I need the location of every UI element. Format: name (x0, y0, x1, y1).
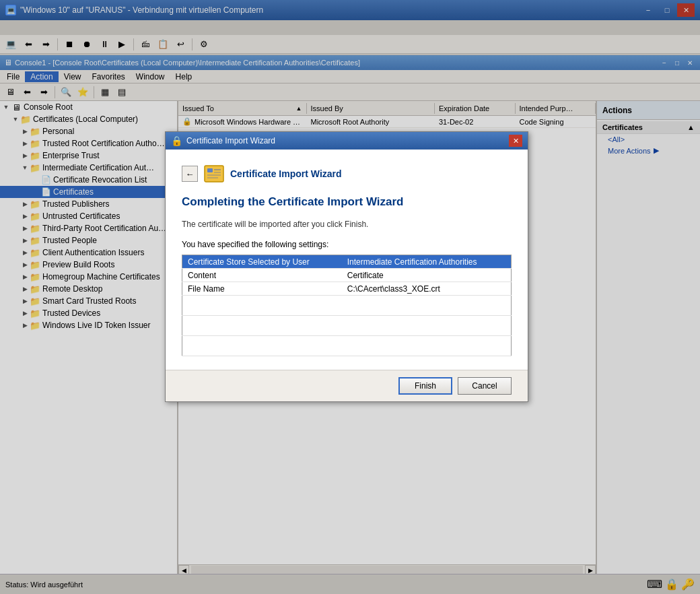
settings-table: Certificate Store Selected by User Inter… (182, 255, 512, 356)
dialog-body: ← Certificate Import Wizard (166, 150, 528, 370)
svg-rect-0 (205, 166, 223, 182)
dialog-title-text: Certificate Import Wizard (186, 136, 275, 145)
dialog-overlay: 🔒 Certificate Import Wizard ✕ ← (0, 0, 700, 594)
settings-row-content-value: Certificate (342, 269, 512, 282)
dialog-cancel-button[interactable]: Cancel (458, 377, 512, 395)
settings-row-filename-value: C:\CAcert\class3_XOE.crt (342, 282, 512, 296)
dialog-footer: Finish Cancel (166, 370, 528, 401)
settings-row-store-value: Intermediate Certification Authorities (342, 255, 512, 269)
settings-label: You have specified the following setting… (182, 240, 512, 249)
dialog-title-icon: 🔒 (171, 135, 182, 146)
settings-row-filename-key: File Name (182, 282, 342, 296)
settings-row-empty3 (182, 336, 512, 356)
dialog-close-button[interactable]: ✕ (509, 135, 522, 147)
dialog-back-button[interactable]: ← (182, 166, 198, 182)
dialog-desc: The certificate will be imported after y… (182, 220, 512, 229)
wizard-icon (203, 163, 225, 185)
dialog-title-bar: 🔒 Certificate Import Wizard ✕ (166, 132, 528, 150)
wizard-title-heading: Certificate Import Wizard (230, 168, 342, 179)
settings-row-content-key: Content (182, 269, 342, 282)
settings-row-content[interactable]: Content Certificate (182, 269, 512, 282)
dialog-nav: ← Certificate Import Wizard (182, 163, 512, 185)
settings-row-empty2 (182, 316, 512, 336)
dialog-heading: Completing the Certificate Import Wizard (182, 195, 512, 209)
settings-row-filename[interactable]: File Name C:\CAcert\class3_XOE.crt (182, 282, 512, 296)
settings-row-store-key: Certificate Store Selected by User (182, 255, 342, 269)
dialog-finish-button[interactable]: Finish (398, 377, 452, 395)
settings-row-store[interactable]: Certificate Store Selected by User Inter… (182, 255, 512, 269)
svg-rect-1 (207, 168, 213, 172)
certificate-import-dialog: 🔒 Certificate Import Wizard ✕ ← (165, 131, 528, 402)
settings-row-empty1 (182, 296, 512, 316)
